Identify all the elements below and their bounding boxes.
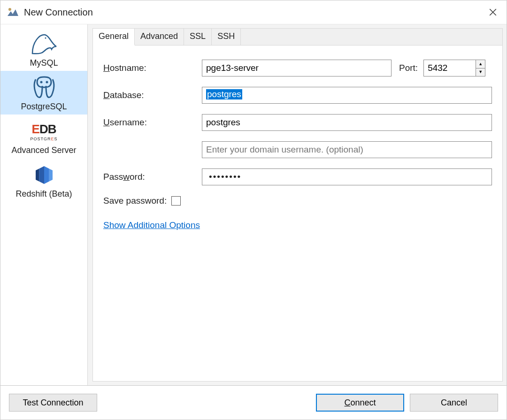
sidebar-item-mysql[interactable]: MySQL [0,27,87,71]
window-title: New Connection [24,7,486,18]
sidebar-item-label: PostgreSQL [2,102,85,112]
tab-advanced[interactable]: Advanced [135,29,184,45]
tab-bar: General Advanced SSL SSH [93,29,502,46]
test-connection-button[interactable]: Test Connection [9,394,97,412]
tab-ssl[interactable]: SSL [184,29,212,45]
postgresql-icon [2,75,85,101]
hostname-label: Hostname: [103,63,202,73]
connect-button[interactable]: Connect [316,394,404,412]
app-icon [6,7,19,18]
svg-point-1 [45,38,46,39]
tab-general[interactable]: General [93,29,135,46]
sidebar-item-label: Redshift (Beta) [2,189,85,199]
dialog-footer: Test Connection Connect Cancel [0,386,507,420]
redshift-icon [2,162,85,188]
mysql-icon [2,31,85,57]
sidebar-item-advanced-server[interactable]: EDB POSTGRES Advanced Server [0,115,87,158]
port-label: Port: [399,63,418,73]
row-hostname: Hostname: Port: ▲ ▼ [103,60,492,76]
titlebar: New Connection [0,0,507,24]
sidebar-item-redshift[interactable]: Redshift (Beta) [0,158,87,202]
edb-icon: EDB POSTGRES [2,118,85,145]
username-label: Username: [103,117,202,128]
tab-ssh[interactable]: SSH [212,29,241,45]
save-password-label: Save password: [103,196,167,206]
hostname-input[interactable] [202,60,392,76]
database-input[interactable] [202,87,492,104]
password-input[interactable]: •••••••• [202,168,492,185]
main-panel: General Advanced SSL SSH Hostname: Port:… [92,28,503,382]
close-button[interactable] [486,5,500,19]
row-show-more: Show Additional Options [103,220,492,230]
sidebar-item-postgresql[interactable]: PostgreSQL [0,71,87,115]
username-input[interactable] [202,114,492,131]
cancel-button[interactable]: Cancel [410,394,498,412]
sidebar-item-label: MySQL [2,58,85,68]
close-icon [489,8,497,16]
row-domain [103,141,492,158]
port-input[interactable] [424,60,476,76]
port-up-button[interactable]: ▲ [476,60,485,69]
port-spin-buttons: ▲ ▼ [476,60,485,76]
row-password: Password: •••••••• [103,168,492,185]
row-save-password: Save password: [103,196,492,206]
general-form: Hostname: Port: ▲ ▼ Database: [93,46,502,245]
password-label: Password: [103,172,202,182]
domain-username-input[interactable] [202,141,492,158]
sidebar-item-label: Advanced Server [2,145,85,155]
svg-point-3 [46,81,48,84]
database-value-selected: postgres [206,89,242,99]
row-database: Database: postgres [103,87,492,104]
save-password-checkbox[interactable] [171,196,181,206]
port-down-button[interactable]: ▼ [476,69,485,76]
svg-point-0 [8,8,11,11]
show-additional-options-link[interactable]: Show Additional Options [103,220,200,230]
row-username: Username: [103,114,492,131]
database-label: Database: [103,90,202,100]
db-type-sidebar: MySQL PostgreSQL EDB POSTGRES Advanced S… [0,24,88,385]
svg-point-2 [40,81,42,84]
dialog-body: MySQL PostgreSQL EDB POSTGRES Advanced S… [0,24,507,386]
port-spinner[interactable]: ▲ ▼ [423,60,485,76]
